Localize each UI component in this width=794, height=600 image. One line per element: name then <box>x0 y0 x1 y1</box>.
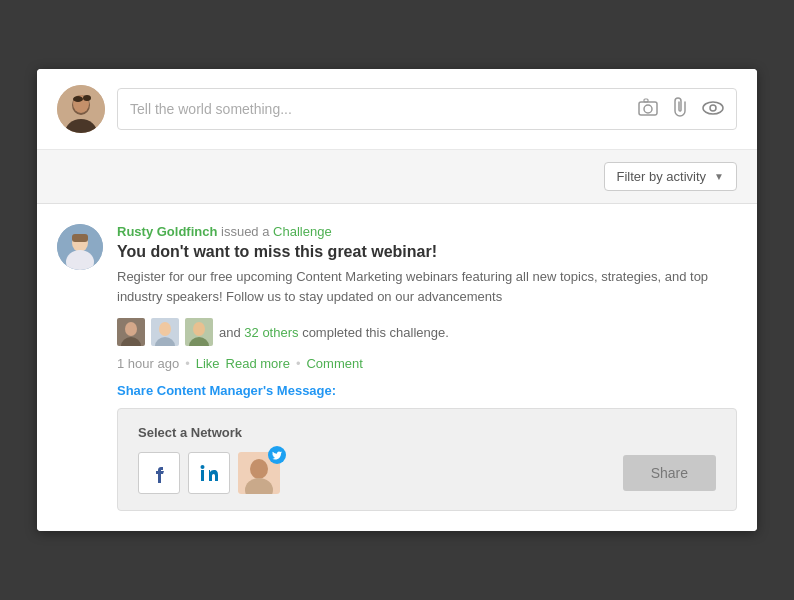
svg-point-25 <box>201 465 205 469</box>
action-bar: 1 hour ago • Like Read more • Comment <box>117 356 737 371</box>
svg-rect-24 <box>201 470 204 481</box>
completer-thumb-3 <box>185 318 213 346</box>
svg-point-4 <box>73 96 83 102</box>
activity-avatar <box>57 224 103 270</box>
like-button[interactable]: Like <box>196 356 220 371</box>
svg-point-9 <box>703 102 723 114</box>
filter-bar: Filter by activity ▼ <box>37 150 757 204</box>
svg-rect-8 <box>644 99 648 102</box>
chevron-down-icon: ▼ <box>714 171 724 182</box>
twitter-badge <box>268 446 286 464</box>
activity-feed: Rusty Goldfinch issued a Challenge You d… <box>37 204 757 531</box>
camera-icon[interactable] <box>638 98 658 121</box>
eye-icon[interactable] <box>702 99 724 120</box>
twitter-avatar-icon[interactable] <box>238 452 280 494</box>
post-bar: Tell the world something... <box>37 69 757 150</box>
filter-dropdown[interactable]: Filter by activity ▼ <box>604 162 737 191</box>
post-input-box[interactable]: Tell the world something... <box>117 88 737 130</box>
svg-rect-14 <box>72 234 88 242</box>
share-network-title: Select a Network <box>138 425 716 440</box>
network-row: Share <box>138 452 716 494</box>
share-btn-area: Share <box>623 455 716 491</box>
svg-point-27 <box>250 459 268 479</box>
facebook-icon[interactable] <box>138 452 180 494</box>
svg-point-5 <box>83 95 91 101</box>
completer-thumb-2 <box>151 318 179 346</box>
main-window: Tell the world something... <box>37 69 757 531</box>
attach-icon[interactable] <box>672 97 688 122</box>
activity-action-type: Challenge <box>273 224 332 239</box>
dot-separator-1: • <box>185 356 190 371</box>
share-label[interactable]: Share Content Manager's Message: <box>117 383 737 398</box>
filter-label: Filter by activity <box>617 169 707 184</box>
activity-action-prefix: issued a <box>221 224 273 239</box>
svg-point-7 <box>644 105 652 113</box>
user-avatar <box>57 85 105 133</box>
activity-title: You don't want to miss this great webina… <box>117 243 737 261</box>
share-button[interactable]: Share <box>623 455 716 491</box>
linkedin-icon[interactable] <box>188 452 230 494</box>
completers-suffix: completed this challenge. <box>299 325 449 340</box>
read-more-link[interactable]: Read more <box>226 356 290 371</box>
activity-user-name[interactable]: Rusty Goldfinch <box>117 224 217 239</box>
completers-count[interactable]: 32 others <box>244 325 298 340</box>
comment-button[interactable]: Comment <box>306 356 362 371</box>
post-icons <box>638 97 724 122</box>
completers-row: and 32 others completed this challenge. <box>117 318 737 346</box>
completers-text: and 32 others completed this challenge. <box>219 325 449 340</box>
timestamp: 1 hour ago <box>117 356 179 371</box>
svg-point-10 <box>710 105 716 111</box>
svg-point-19 <box>159 322 171 336</box>
svg-point-22 <box>193 322 205 336</box>
post-input-placeholder: Tell the world something... <box>130 101 638 117</box>
dot-separator-2: • <box>296 356 301 371</box>
svg-point-16 <box>125 322 137 336</box>
completer-thumb-1 <box>117 318 145 346</box>
activity-content: Rusty Goldfinch issued a Challenge You d… <box>117 224 737 511</box>
activity-item: Rusty Goldfinch issued a Challenge You d… <box>57 224 737 511</box>
share-box: Select a Network <box>117 408 737 511</box>
activity-description: Register for our free upcoming Content M… <box>117 267 737 306</box>
activity-meta: Rusty Goldfinch issued a Challenge <box>117 224 737 239</box>
